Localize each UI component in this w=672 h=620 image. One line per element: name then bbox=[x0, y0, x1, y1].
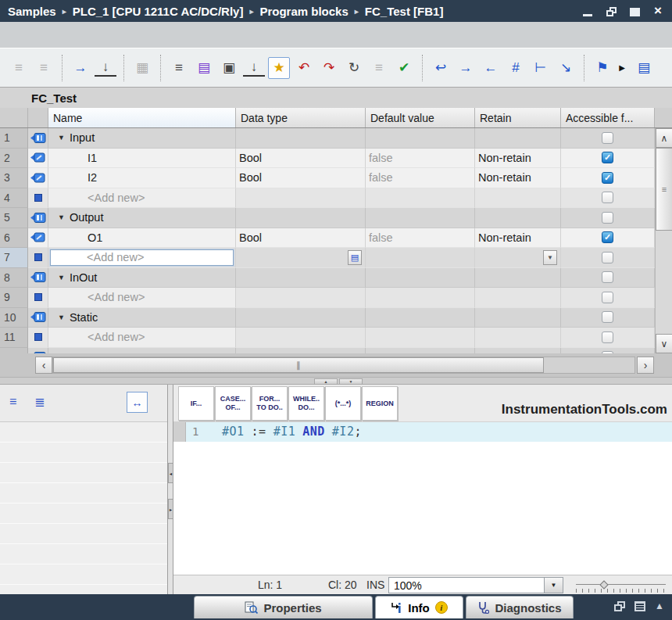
section-name-cell[interactable]: ▼Output bbox=[48, 208, 236, 228]
snapshot-icon[interactable]: ▣ bbox=[218, 57, 240, 79]
revert-icon[interactable]: ↻ bbox=[343, 57, 365, 79]
name-cell[interactable]: O1 bbox=[48, 228, 236, 249]
testing-panel-list[interactable] bbox=[0, 422, 167, 593]
data-type-cell[interactable] bbox=[236, 128, 366, 149]
data-type-cell[interactable]: Bool bbox=[236, 228, 366, 249]
accessible-checkbox[interactable] bbox=[602, 252, 613, 263]
default-value-cell[interactable] bbox=[366, 188, 475, 209]
accessible-checkbox[interactable] bbox=[602, 332, 613, 343]
vertical-scroll-thumb[interactable]: ≡ bbox=[656, 148, 672, 231]
accessible-checkbox[interactable] bbox=[602, 212, 613, 224]
retain-cell[interactable] bbox=[475, 128, 561, 149]
snippet-case-button[interactable]: CASE...OF... bbox=[215, 386, 251, 421]
horizontal-scroll-track[interactable]: ∥ bbox=[52, 357, 635, 374]
table-row[interactable]: 2 I1 Bool false Non-retain ✓ bbox=[0, 149, 655, 169]
data-type-cell[interactable] bbox=[236, 288, 366, 308]
tab-diagnostics[interactable]: Diagnostics bbox=[466, 596, 574, 618]
data-type-cell[interactable] bbox=[236, 308, 366, 328]
retain-dropdown-icon[interactable]: ▼ bbox=[543, 250, 557, 265]
data-type-cell[interactable] bbox=[236, 268, 366, 288]
splitter-left-icon[interactable]: ◂ bbox=[168, 463, 173, 483]
table-row[interactable]: 5 ▼Output bbox=[0, 208, 655, 228]
accessible-checkbox[interactable] bbox=[602, 132, 613, 144]
vertical-scrollbar[interactable]: ∧ ≡ ∨ bbox=[655, 128, 672, 353]
insert-block-icon[interactable]: → bbox=[70, 57, 91, 79]
column-header-default-value[interactable]: Default value bbox=[366, 108, 475, 127]
default-value-cell[interactable]: false bbox=[366, 168, 475, 188]
accessible-checkbox[interactable] bbox=[602, 311, 613, 323]
add-new-cell[interactable]: <Add new> bbox=[48, 288, 236, 308]
name-cell[interactable]: I2 bbox=[48, 168, 236, 188]
data-type-cell[interactable]: Bool bbox=[236, 149, 366, 169]
table-row[interactable]: 9 <Add new> bbox=[0, 288, 655, 308]
horizontal-scrollbar[interactable]: ‹ ∥ › bbox=[0, 353, 672, 377]
data-type-cell[interactable] bbox=[236, 188, 366, 209]
add-new-cell[interactable]: <Add new> bbox=[48, 328, 236, 348]
breadcrumb-program-blocks[interactable]: Program blocks bbox=[259, 5, 348, 18]
retain-cell[interactable]: Non-retain bbox=[475, 149, 561, 169]
table-row[interactable]: 8 ▼InOut bbox=[0, 268, 655, 288]
snippet-region-button[interactable]: REGION bbox=[362, 386, 398, 421]
default-value-cell[interactable] bbox=[366, 128, 475, 149]
scroll-down-icon[interactable]: ∨ bbox=[656, 334, 672, 353]
splitter-up-icon[interactable]: ▲ bbox=[314, 378, 338, 385]
expand-all-icon[interactable]: ≡ bbox=[8, 57, 30, 79]
column-header-accessible[interactable]: Accessible f... bbox=[561, 108, 655, 127]
keep-actual-values-icon[interactable]: ≡ bbox=[168, 57, 190, 79]
retain-cell[interactable]: Non-retain bbox=[475, 228, 561, 249]
default-value-cell[interactable]: false bbox=[366, 149, 475, 169]
close-button[interactable]: × bbox=[652, 5, 664, 16]
default-value-cell[interactable] bbox=[366, 208, 475, 228]
section-name-cell[interactable]: ▼T bbox=[48, 348, 236, 354]
data-type-cell[interactable]: ▤ bbox=[236, 248, 366, 268]
expand-panel-button[interactable]: ↔ bbox=[127, 392, 148, 413]
minimize-button[interactable] bbox=[581, 5, 594, 16]
name-cell[interactable]: I1 bbox=[48, 149, 236, 169]
panel-list-icon[interactable] bbox=[634, 601, 645, 611]
db-icon[interactable]: ▦ bbox=[131, 57, 153, 79]
text-lines-icon[interactable]: ≡ bbox=[368, 57, 390, 79]
table-row-selected[interactable]: 7 <Add new> ▤ ▼ bbox=[0, 248, 655, 268]
scroll-right-icon[interactable]: › bbox=[637, 357, 654, 374]
column-header-name[interactable]: Name bbox=[48, 108, 236, 127]
restore-button[interactable] bbox=[605, 5, 617, 16]
go-to-caller-icon[interactable]: ↩ bbox=[430, 57, 452, 79]
table-row[interactable]: 12 ▼T bbox=[0, 348, 655, 354]
declaration-list-icon[interactable]: ≣ bbox=[34, 395, 45, 410]
table-row[interactable]: 1 ▼Input bbox=[0, 128, 655, 149]
outdent-icon[interactable]: ← bbox=[480, 57, 502, 79]
horizontal-scroll-thumb[interactable]: ∥ bbox=[53, 357, 544, 373]
default-value-cell[interactable] bbox=[366, 268, 475, 288]
breadcrumb-samples[interactable]: Samples bbox=[8, 5, 56, 18]
retain-cell[interactable] bbox=[475, 208, 561, 228]
retain-cell[interactable] bbox=[475, 348, 561, 354]
tab-properties[interactable]: Properties bbox=[194, 596, 373, 618]
code-line[interactable]: #O1:=#I1AND#I2; bbox=[222, 425, 362, 439]
data-type-cell[interactable] bbox=[236, 348, 366, 354]
breadcrumb-plc[interactable]: PLC_1 [CPU 1211C AC/DC/Rly] bbox=[73, 5, 244, 18]
load-snapshot-icon[interactable]: ↓ bbox=[243, 59, 265, 77]
retain-cell[interactable] bbox=[475, 328, 561, 348]
vertical-splitter[interactable]: ◂ ▸ bbox=[168, 385, 173, 594]
accessible-checkbox[interactable] bbox=[602, 271, 613, 283]
bookmark-icon[interactable]: ⚑ bbox=[592, 57, 613, 79]
more-dropdown-icon[interactable]: ▶ bbox=[617, 57, 627, 79]
splitter-down-icon[interactable]: ▼ bbox=[339, 378, 363, 385]
accessible-checkbox[interactable] bbox=[602, 192, 613, 203]
default-value-cell[interactable] bbox=[366, 328, 475, 348]
default-value-cell[interactable] bbox=[366, 348, 475, 354]
indent-icon[interactable]: → bbox=[455, 57, 477, 79]
column-header-retain[interactable]: Retain bbox=[475, 108, 561, 127]
slider-thumb[interactable] bbox=[599, 580, 608, 589]
breadcrumb-fc-test[interactable]: FC_Test [FB1] bbox=[365, 5, 444, 18]
scroll-left-icon[interactable]: ‹ bbox=[35, 357, 52, 374]
plug-icon[interactable]: ▤ bbox=[193, 57, 215, 79]
table-row[interactable]: 11 <Add new> bbox=[0, 328, 655, 348]
retain-cell[interactable] bbox=[475, 288, 561, 308]
slider-track[interactable] bbox=[576, 584, 666, 585]
table-row[interactable]: 3 I2 Bool false Non-retain ✓ bbox=[0, 168, 655, 188]
retain-cell[interactable]: ▼ bbox=[475, 248, 561, 268]
float-panel-icon[interactable] bbox=[614, 601, 625, 611]
accessible-checkbox[interactable]: ✓ bbox=[602, 231, 613, 243]
table-row[interactable]: 4 <Add new> bbox=[0, 188, 655, 209]
